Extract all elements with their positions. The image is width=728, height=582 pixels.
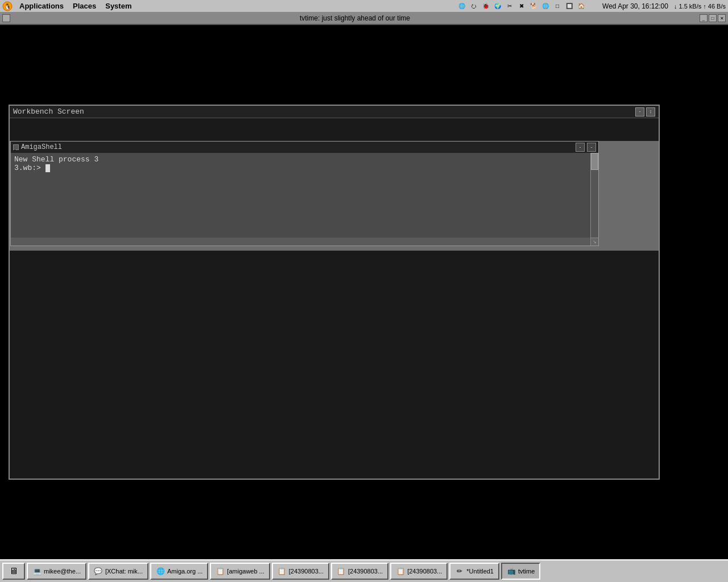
quicklaunch-icon-5[interactable]: ✂ bbox=[504, 1, 515, 11]
workbench-titlebar: Workbench Screen - ↕ bbox=[10, 106, 659, 118]
quicklaunch-icon-7[interactable]: 🐕 bbox=[528, 1, 539, 11]
taskbar-label-3: [amigaweb ... bbox=[227, 568, 264, 575]
taskbar-label-2: Amiga.org ... bbox=[167, 568, 202, 575]
quicklaunch-icon-6[interactable]: ✖ bbox=[516, 1, 527, 11]
menubar: 🐧 Applications Places System 🌐 ⭮ 🐞 🌍 ✂ ✖… bbox=[0, 0, 728, 13]
shell-cursor bbox=[46, 164, 50, 172]
taskbar-start-icon: 🖥 bbox=[9, 566, 18, 576]
taskbar-label-4: [24390803... bbox=[289, 568, 324, 575]
workbench-bottom-area bbox=[10, 251, 659, 479]
menu-logo: 🐧 bbox=[2, 1, 13, 11]
quicklaunch-icon-8[interactable]: 🌐 bbox=[540, 1, 551, 11]
emulator-window: Workbench Screen - ↕ · AmigaShell - - Ne… bbox=[9, 105, 660, 480]
menubar-right: 🌐 ⭮ 🐞 🌍 ✂ ✖ 🐕 🌐 □ 🔲 🏠 Wed Apr 30, 16:12:… bbox=[457, 1, 726, 11]
taskbar-label-7: *Untitled1 bbox=[466, 568, 494, 575]
shell-close-btn[interactable]: - bbox=[587, 143, 596, 152]
shell-window: · AmigaShell - - New Shell process 3 3.w… bbox=[10, 141, 599, 246]
taskbar-item-3[interactable]: 📋 [amigaweb ... bbox=[210, 563, 270, 580]
svg-text:🐧: 🐧 bbox=[4, 3, 11, 10]
network-stats: ↓ 1.5 kB/s ↑ 46 B/s bbox=[674, 3, 726, 10]
taskbar-item-0[interactable]: 💻 mikee@the... bbox=[27, 563, 86, 580]
taskbar-item-8[interactable]: 📺 tvtime bbox=[501, 563, 540, 580]
taskbar-icon-24390803a: 📋 bbox=[278, 567, 287, 576]
workbench-desktop bbox=[10, 118, 659, 141]
menubar-quick-launch: 🌐 ⭮ 🐞 🌍 ✂ ✖ 🐕 🌐 □ 🔲 🏠 bbox=[457, 1, 586, 11]
taskbar-item-5[interactable]: 📋 [24390803... bbox=[331, 563, 388, 580]
quicklaunch-icon-9[interactable]: □ bbox=[552, 1, 562, 11]
quicklaunch-icon-11[interactable]: 🏠 bbox=[576, 1, 586, 11]
workbench-title: Workbench Screen bbox=[13, 107, 634, 116]
taskbar-icon-terminal: 💻 bbox=[32, 567, 42, 576]
quicklaunch-icon-1[interactable]: 🌐 bbox=[457, 1, 467, 11]
taskbar-item-4[interactable]: 📋 [24390803... bbox=[272, 563, 329, 580]
taskbar-icon-24390803c: 📋 bbox=[396, 567, 405, 576]
menu-system[interactable]: System bbox=[101, 1, 136, 11]
shell-scrollbar[interactable] bbox=[590, 153, 598, 238]
taskbar-icon-untitled: ✏ bbox=[455, 567, 464, 576]
taskbar: 🖥 💻 mikee@the... 💬 [XChat: mik... 🌐 Amig… bbox=[0, 559, 728, 582]
taskbar-item-7[interactable]: ✏ *Untitled1 bbox=[449, 563, 499, 580]
taskbar-label-5: [24390803... bbox=[348, 568, 383, 575]
menu-applications[interactable]: Applications bbox=[15, 1, 68, 11]
quicklaunch-icon-2[interactable]: ⭮ bbox=[469, 1, 479, 11]
shell-depth-btn[interactable]: · bbox=[13, 144, 19, 150]
taskbar-item-2[interactable]: 🌐 Amiga.org ... bbox=[150, 563, 208, 580]
taskbar-icon-xchat: 💬 bbox=[94, 567, 103, 576]
shell-prompt-line: 3.wb:> bbox=[14, 164, 595, 172]
workbench-depth-btn[interactable]: - bbox=[635, 107, 644, 117]
taskbar-label-8: tvtime bbox=[518, 568, 535, 575]
taskbar-label-1: [XChat: mik... bbox=[105, 568, 143, 575]
tvtime-maximize-btn[interactable]: □ bbox=[709, 14, 717, 22]
tvtime-title: tvtime: just slightly ahead of our time bbox=[10, 14, 700, 22]
tvtime-left-btn[interactable] bbox=[2, 14, 10, 22]
taskbar-icon-amigaweb: 📋 bbox=[216, 567, 225, 576]
taskbar-label-6: [24390803... bbox=[407, 568, 442, 575]
taskbar-item-6[interactable]: 📋 [24390803... bbox=[390, 563, 448, 580]
quicklaunch-icon-10[interactable]: 🔲 bbox=[564, 1, 574, 11]
menu-places[interactable]: Places bbox=[68, 1, 101, 11]
shell-titlebar: · AmigaShell - - bbox=[11, 142, 598, 153]
shell-process-line: New Shell process 3 bbox=[14, 155, 595, 164]
datetime-display: Wed Apr 30, 16:12:00 bbox=[602, 2, 668, 10]
quicklaunch-icon-4[interactable]: 🌍 bbox=[493, 1, 503, 11]
tvtime-titlebar: tvtime: just slightly ahead of our time … bbox=[0, 13, 728, 25]
workbench-close-btn[interactable]: ↕ bbox=[646, 107, 655, 117]
shell-resize-corner[interactable]: ↘ bbox=[590, 238, 598, 246]
shell-title: AmigaShell bbox=[21, 143, 573, 151]
taskbar-start-btn[interactable]: 🖥 bbox=[2, 563, 25, 580]
tvtime-window-controls: _ □ ✕ bbox=[700, 14, 726, 22]
content-area: Workbench Screen - ↕ · AmigaShell - - Ne… bbox=[0, 25, 728, 559]
tvtime-minimize-btn[interactable]: _ bbox=[700, 14, 708, 22]
shell-minimize-btn[interactable]: - bbox=[576, 143, 585, 152]
shell-content[interactable]: New Shell process 3 3.wb:> bbox=[11, 153, 598, 238]
taskbar-icon-tvtime: 📺 bbox=[507, 567, 516, 576]
taskbar-icon-browser: 🌐 bbox=[156, 567, 165, 576]
taskbar-item-1[interactable]: 💬 [XChat: mik... bbox=[88, 563, 148, 580]
scrollbar-thumb[interactable] bbox=[591, 153, 598, 170]
tvtime-close-btn[interactable]: ✕ bbox=[718, 14, 726, 22]
quicklaunch-icon-3[interactable]: 🐞 bbox=[481, 1, 491, 11]
taskbar-icon-24390803b: 📋 bbox=[337, 567, 346, 576]
taskbar-label-0: mikee@the... bbox=[44, 568, 81, 575]
